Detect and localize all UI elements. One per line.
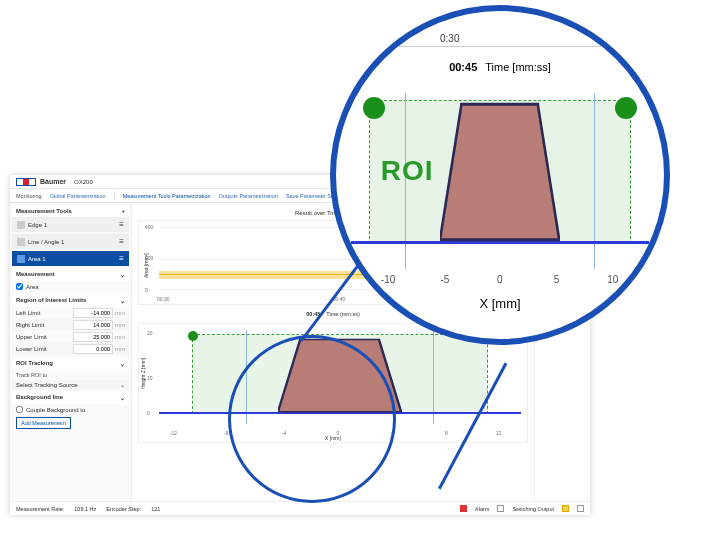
- sw-led: [562, 505, 569, 512]
- menu-icon[interactable]: ≡: [119, 237, 124, 246]
- inset-time-readout: 00:45 Time [mm:ss]: [346, 61, 654, 73]
- menu-icon[interactable]: ≡: [119, 254, 124, 263]
- lower-limit-input[interactable]: [73, 344, 113, 354]
- tracking-source[interactable]: Select Tracking Source⌄: [12, 380, 129, 389]
- tool-line-angle[interactable]: Line / Angle 1 ≡: [12, 234, 129, 249]
- bg-couple-check[interactable]: Couple Background to: [12, 404, 129, 415]
- tab-outputs[interactable]: Outputs Parametrization: [219, 193, 278, 199]
- right-limit-input[interactable]: [73, 320, 113, 330]
- roi-tracking-header[interactable]: ROI Tracking⌄: [12, 357, 129, 370]
- left-limit-input[interactable]: [73, 308, 113, 318]
- height-axis-label: Height Z [mm]: [140, 357, 146, 388]
- measurement-header[interactable]: Measurement⌄: [12, 268, 129, 281]
- brand-name: Baumer: [40, 178, 66, 185]
- inset-shape: [440, 100, 559, 243]
- inset-plot: ROI -10 -5 0 5 10: [351, 93, 649, 269]
- add-measurement-button[interactable]: Add Measurement: [16, 417, 71, 429]
- inset-roi-label: ROI: [381, 155, 434, 187]
- alarm-led: [460, 505, 467, 512]
- alarm-label: Alarm: [475, 506, 489, 512]
- tool-area[interactable]: Area 1 ≡: [12, 251, 129, 266]
- tools-header: Measurement Tools +: [12, 205, 129, 217]
- tool-edge[interactable]: Edge 1 ≡: [12, 217, 129, 232]
- track-label: Track ROI to: [12, 370, 129, 380]
- roi-handle-left[interactable]: [188, 331, 198, 341]
- area-checkbox[interactable]: [16, 283, 23, 290]
- callout-source-ring: [228, 335, 396, 503]
- bg-line-header[interactable]: Background line⌄: [12, 391, 129, 404]
- model-name: OX200: [74, 179, 93, 185]
- sidebar: Measurement Tools + Edge 1 ≡ Line / Angl…: [10, 203, 132, 501]
- roi-limits-header[interactable]: Region of Interest Limits⌄: [12, 294, 129, 307]
- upper-limit-input[interactable]: [73, 332, 113, 342]
- upper-limit-row: Upper Limit mm: [12, 331, 129, 343]
- bg-checkbox[interactable]: [16, 406, 23, 413]
- left-limit-row: Left Limit mm: [12, 307, 129, 319]
- tab-global-param[interactable]: Global Parametrization: [50, 193, 106, 199]
- inset-roi-handle-right: [615, 97, 637, 119]
- measurement-area-check[interactable]: Area: [12, 281, 129, 292]
- line-icon: [17, 238, 25, 246]
- brand-logo: [16, 178, 36, 186]
- rate-value: 109.1 Hz: [74, 506, 96, 512]
- inset-magnifier: 0:30 00:45 Time [mm:ss] ROI -10: [330, 5, 670, 345]
- status-bar: Measurement Rate: 109.1 Hz Encoder Step:…: [10, 501, 590, 515]
- sw-out-label: Switching Output: [512, 506, 554, 512]
- inset-roi-handle-left: [363, 97, 385, 119]
- edge-icon: [17, 221, 25, 229]
- area-icon: [17, 255, 25, 263]
- sw-box: [577, 505, 584, 512]
- tab-monitoring[interactable]: Monitoring: [16, 193, 42, 199]
- inset-x-axis-label: X [mm]: [479, 296, 520, 311]
- rate-label: Measurement Rate:: [16, 506, 64, 512]
- menu-icon[interactable]: ≡: [119, 220, 124, 229]
- add-tool-icon[interactable]: +: [121, 208, 125, 214]
- enc-label: Encoder Step:: [106, 506, 141, 512]
- right-limit-row: Right Limit mm: [12, 319, 129, 331]
- tab-meas-tools[interactable]: Measurement Tools Parametrization: [123, 193, 211, 199]
- lower-limit-row: Lower Limit mm: [12, 343, 129, 355]
- alarm-box: [497, 505, 504, 512]
- area-axis-label: Area [mm²]: [143, 253, 149, 278]
- enc-value: 121: [151, 506, 160, 512]
- svg-marker-1: [440, 104, 559, 239]
